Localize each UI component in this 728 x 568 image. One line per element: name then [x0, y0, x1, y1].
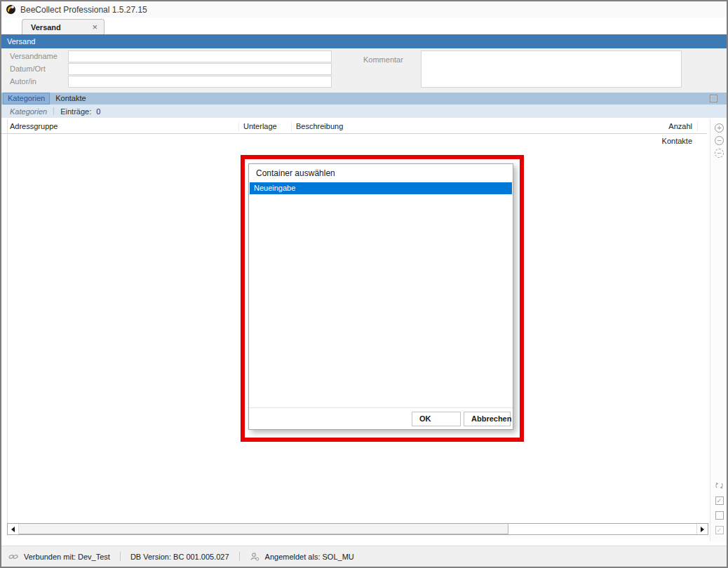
- kommentar-label: Kommentar: [363, 54, 403, 66]
- scroll-left-arrow-icon[interactable]: [8, 524, 19, 534]
- select-all-checkbox[interactable]: ✓: [710, 496, 728, 505]
- section-header-title: Versand: [7, 37, 35, 46]
- datum-ort-field[interactable]: [68, 63, 332, 75]
- container-select-dialog: Container auswählen Neueingabe OK Abbrec…: [248, 163, 513, 430]
- deselect-checkbox[interactable]: [710, 511, 728, 520]
- cancel-button[interactable]: Abbrechen: [464, 412, 511, 426]
- db-version-text: DB Version: BC 001.005.027: [130, 553, 229, 561]
- connected-text: Verbunden mit: Dev_Test: [24, 553, 110, 561]
- entries-label: Einträge:: [60, 107, 91, 116]
- list-item-neueingabe[interactable]: Neueingabe: [250, 182, 512, 194]
- autor-in-label: Autor/in: [10, 76, 36, 88]
- window-title: BeeCollect Professional 1.5.27.15: [20, 5, 147, 15]
- scroll-right-arrow-icon[interactable]: [696, 524, 708, 534]
- panel-pin-icon[interactable]: [710, 95, 717, 102]
- kommentar-field[interactable]: [421, 50, 682, 88]
- versandname-field[interactable]: [68, 50, 332, 62]
- divider: [53, 107, 54, 115]
- versand-form: Versandname Datum/Ort Autor/in Kommentar: [1, 48, 727, 93]
- right-toolbar: + − − ✓ ✓: [710, 119, 728, 541]
- dialog-title: Container auswählen: [249, 164, 513, 182]
- autor-in-field[interactable]: [68, 76, 332, 88]
- tab-kategorien[interactable]: Kategorien: [3, 93, 50, 104]
- grid-context-label: Kategorien: [10, 107, 47, 116]
- datum-ort-label: Datum/Ort: [10, 63, 46, 75]
- divider: [120, 552, 121, 561]
- user-icon: [250, 552, 259, 562]
- divider: [239, 552, 240, 561]
- tab-versand-label: Versand: [22, 23, 86, 32]
- section-header: Versand: [1, 34, 727, 48]
- tab-kontakte[interactable]: Kontakte: [50, 93, 91, 104]
- versandname-label: Versandname: [10, 50, 58, 62]
- tab-versand[interactable]: Versand ×: [22, 19, 105, 34]
- scrollbar-thumb[interactable]: [19, 524, 508, 534]
- ok-button[interactable]: OK: [412, 412, 461, 426]
- container-list: Neueingabe: [250, 182, 512, 407]
- document-tab-strip: Versand ×: [1, 18, 727, 34]
- logged-in-text: Angemeldet als: SOL_MU: [265, 553, 354, 561]
- horizontal-scrollbar[interactable]: [7, 523, 708, 535]
- app-window: BeeCollect Professional 1.5.27.15 Versan…: [0, 0, 728, 568]
- remove-all-icon[interactable]: −: [715, 149, 724, 158]
- status-bar: Verbunden mit: Dev_Test DB Version: BC 0…: [1, 546, 727, 567]
- add-row-icon[interactable]: +: [715, 123, 724, 133]
- tab-close-icon[interactable]: ×: [86, 20, 104, 34]
- grid-info-row: Kategorien Einträge: 0: [1, 104, 727, 118]
- remove-row-icon[interactable]: −: [715, 136, 724, 145]
- invert-selection-checkbox[interactable]: ✓: [710, 526, 728, 534]
- title-bar: BeeCollect Professional 1.5.27.15: [1, 1, 727, 18]
- entries-count: 0: [96, 107, 100, 116]
- bee-logo-icon: [6, 4, 16, 15]
- refresh-icon[interactable]: [710, 481, 728, 490]
- connection-icon: [8, 552, 18, 562]
- dialog-footer: OK Abbrechen: [249, 407, 513, 429]
- sub-tab-bar: Kategorien Kontakte: [1, 93, 727, 104]
